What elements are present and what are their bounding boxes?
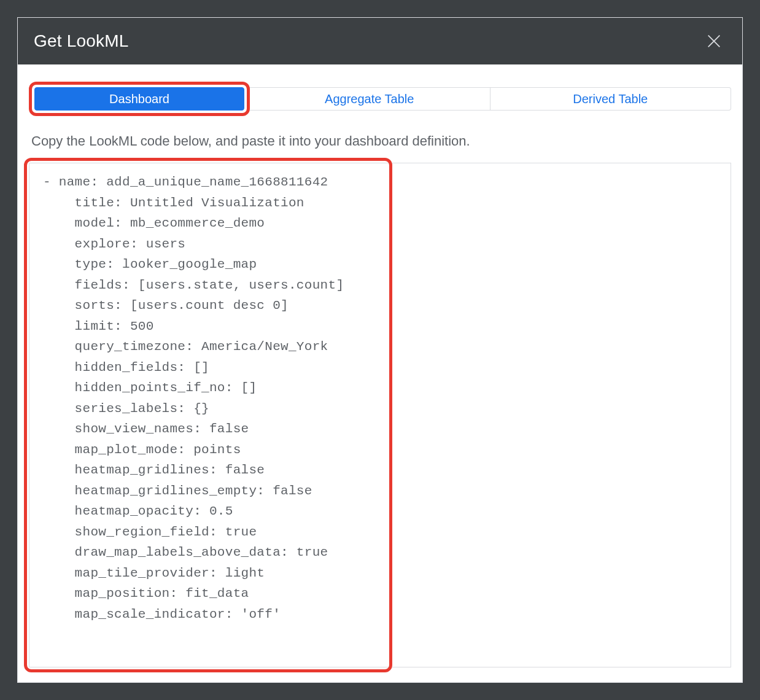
close-icon[interactable] [702, 29, 726, 53]
modal-body: Dashboard Aggregate Table Derived Table … [18, 64, 742, 682]
tab-dashboard[interactable]: Dashboard [34, 87, 244, 111]
code-area: - name: add_a_unique_name_1668811642 tit… [29, 163, 731, 667]
tab-dashboard-highlight: Dashboard [29, 82, 250, 116]
tab-aggregate-table[interactable]: Aggregate Table [249, 87, 491, 111]
tab-row: Dashboard Aggregate Table Derived Table [29, 82, 731, 116]
tab-derived-table[interactable]: Derived Table [491, 87, 732, 111]
instruction-text: Copy the LookML code below, and paste it… [29, 133, 731, 149]
get-lookml-modal: Get LookML Dashboard Aggregate Table Der… [17, 17, 743, 683]
code-content[interactable]: - name: add_a_unique_name_1668811642 tit… [43, 172, 726, 624]
modal-title: Get LookML [34, 31, 129, 51]
code-textarea[interactable]: - name: add_a_unique_name_1668811642 tit… [29, 163, 731, 667]
modal-header: Get LookML [18, 18, 742, 64]
